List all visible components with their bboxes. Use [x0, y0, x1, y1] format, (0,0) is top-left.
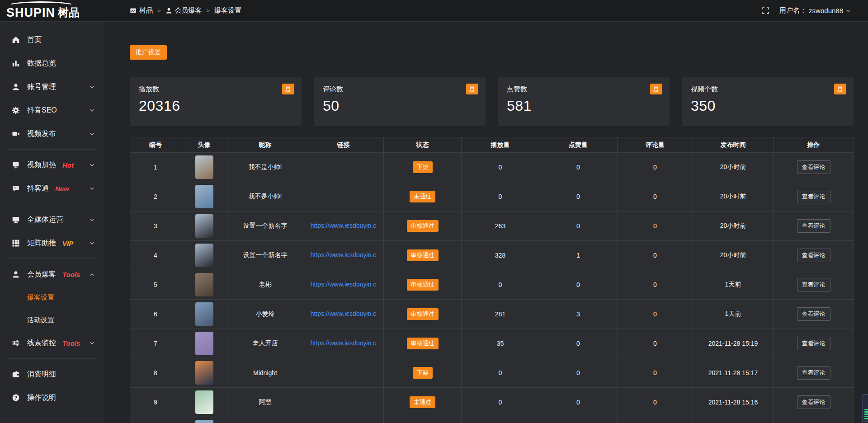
sidebar-item-操作说明[interactable]: ?操作说明	[0, 386, 104, 409]
sidebar-item-tag: Hot	[62, 161, 74, 169]
sidebar-item-线索监控[interactable]: 线索监控Tools	[0, 331, 104, 355]
view-comments-button[interactable]: 查看评论	[797, 249, 830, 262]
cell-action: 查看评论	[774, 212, 854, 241]
sidebar-subitem-活动设置[interactable]: 活动设置	[0, 309, 104, 331]
view-comments-button[interactable]: 查看评论	[797, 337, 830, 350]
sidebar-item-账号管理[interactable]: 账号管理	[0, 75, 104, 99]
view-comments-button[interactable]: 查看评论	[797, 219, 830, 233]
stat-card-value: 350	[691, 98, 844, 114]
cell-likes: 0	[539, 153, 618, 182]
logo-arc	[8, 1, 74, 9]
sidebar-item-视频发布[interactable]: 视频发布	[0, 122, 104, 146]
cell-avatar	[181, 182, 227, 212]
view-comments-button[interactable]: 查看评论	[797, 307, 830, 321]
cell-nickname: 设置一个新名字	[227, 212, 303, 241]
stat-card-label: 评论数	[323, 85, 476, 94]
cell-plays: 0	[462, 153, 539, 182]
cell-likes: 1	[539, 241, 618, 270]
column-header-昵称: 昵称	[227, 137, 303, 153]
avatar	[195, 244, 213, 267]
view-comments-button[interactable]: 查看评论	[797, 395, 830, 409]
username-value: zswodun88	[809, 7, 843, 14]
video-link[interactable]: https://www.iesdouyin.c	[311, 339, 377, 347]
view-comments-button[interactable]: 查看评论	[797, 160, 830, 174]
cell-nickname: Midnight	[227, 358, 303, 388]
cell-id: 4	[130, 241, 181, 270]
sidebar-item-label: 会员爆客	[27, 270, 56, 279]
video-link[interactable]: https://www.iesdouyin.c	[311, 310, 377, 317]
battery-bar	[864, 411, 868, 413]
sidebar-item-视频加热[interactable]: 视频加热Hot	[0, 153, 104, 177]
fullscreen-icon[interactable]	[762, 7, 769, 14]
cell-likes: 0	[539, 388, 618, 417]
view-comments-button[interactable]: 查看评论	[797, 278, 830, 291]
cell-publish-time: 20小时前	[693, 153, 774, 182]
sidebar-item-数据总览[interactable]: 数据总览	[0, 52, 104, 75]
table-row: 7老人开店https://www.iesdouyin.c审核通过35002021…	[130, 329, 854, 358]
sidebar-item-矩阵助推[interactable]: 矩阵助推VIP	[0, 231, 104, 255]
view-comments-button[interactable]: 查看评论	[797, 366, 830, 380]
cell-action: 查看评论	[774, 300, 854, 329]
column-header-头像: 头像	[181, 137, 227, 153]
breadcrumb-item-current[interactable]: 爆客设置	[214, 6, 241, 15]
monitor-icon	[12, 216, 20, 224]
cell-plays	[462, 417, 539, 423]
cell-publish-time: 1天前	[693, 300, 774, 329]
breadcrumb-item-shupin[interactable]: 树品	[130, 6, 153, 15]
view-comments-button[interactable]: 查看评论	[797, 190, 830, 203]
avatar	[195, 185, 213, 208]
avatar	[195, 420, 213, 423]
breadcrumb-separator: >	[157, 7, 161, 14]
sidebar-item-全媒体运营[interactable]: 全媒体运营	[0, 208, 104, 231]
cell-nickname: 我不是小帅!	[227, 182, 303, 212]
sidebar-item-tag: Tools	[62, 271, 80, 278]
table-row: 4设置一个新名字https://www.iesdouyin.c审核通过32810…	[130, 241, 854, 270]
sidebar-subitem-爆客设置[interactable]: 爆客设置	[0, 286, 104, 309]
video-link[interactable]: https://www.iesdouyin.c	[311, 251, 377, 258]
breadcrumb-label: 爆客设置	[214, 6, 241, 15]
user-menu[interactable]: 用户名： zswodun88	[779, 6, 851, 15]
video-link[interactable]: https://www.iesdouyin.c	[311, 281, 377, 288]
cell-likes: 0	[539, 212, 618, 241]
sidebar-item-抖音SEO[interactable]: 抖音SEO	[0, 99, 104, 122]
cell-comments: 0	[618, 182, 693, 212]
app-icon	[130, 7, 137, 14]
cell-id: 2	[130, 182, 181, 212]
bar-chart-icon	[12, 59, 20, 67]
cell-avatar	[181, 270, 227, 300]
video-link[interactable]: https://www.iesdouyin.c	[311, 222, 377, 229]
sidebar-item-label: 账号管理	[27, 82, 56, 92]
cell-status: 下架	[384, 153, 462, 182]
sidebar-item-抖客通[interactable]: 抖客通New	[0, 177, 104, 200]
avatar	[195, 155, 213, 179]
cell-status	[384, 417, 462, 423]
cell-publish-time: 20小时前	[693, 182, 774, 212]
cell-publish-time: 2021-11-28 15:16	[693, 388, 774, 417]
sidebar-item-label: 抖音SEO	[27, 106, 57, 115]
total-badge: 总	[282, 84, 294, 94]
cell-id: 6	[130, 300, 181, 329]
user-icon	[165, 7, 172, 14]
cell-id	[130, 417, 181, 423]
cell-nickname: 老人开店	[227, 329, 303, 358]
sidebar-item-label: 数据总览	[27, 59, 56, 68]
user-icon	[12, 270, 20, 278]
sidebar: 首页数据总览账号管理抖音SEO视频发布视频加热Hot抖客通New全媒体运营矩阵助…	[0, 22, 104, 423]
cell-plays: 0	[462, 358, 539, 388]
cell-status: 审核通过	[384, 270, 462, 300]
chevron-down-icon	[845, 8, 851, 14]
cell-status: 审核通过	[384, 300, 462, 329]
cell-plays: 0	[462, 388, 539, 417]
sidebar-divider	[7, 149, 97, 150]
breadcrumb-item-member[interactable]: 会员爆客	[165, 6, 202, 15]
stat-card-value: 20316	[139, 98, 292, 114]
status-badge: 下架	[413, 367, 433, 379]
cell-avatar	[181, 388, 227, 417]
sidebar-item-首页[interactable]: 首页	[0, 28, 104, 52]
cell-publish-time	[693, 417, 774, 423]
sidebar-item-会员爆客[interactable]: 会员爆客Tools	[0, 263, 104, 286]
cell-plays: 0	[462, 182, 539, 212]
table-row: 6小爱玲https://www.iesdouyin.c审核通过281301天前查…	[130, 300, 854, 329]
sidebar-item-消费明细[interactable]: 消费明细	[0, 362, 104, 386]
promo-settings-button[interactable]: 推广设置	[130, 45, 167, 60]
